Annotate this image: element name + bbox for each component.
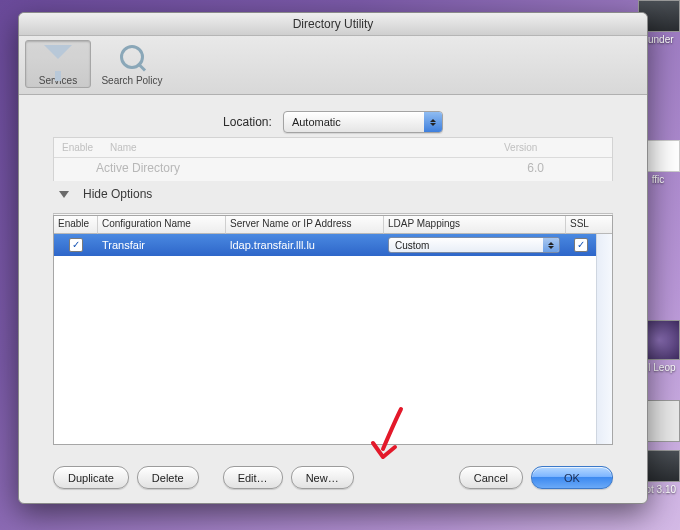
location-value: Automatic [292, 116, 341, 128]
column-config-name[interactable]: Configuration Name [98, 216, 226, 234]
ldap-mappings-value: Custom [395, 240, 429, 251]
location-row: Location: Automatic [47, 111, 619, 133]
duplicate-button[interactable]: Duplicate [53, 466, 129, 489]
toolbar-item-label: Search Policy [94, 75, 170, 86]
cancel-button[interactable]: Cancel [459, 466, 523, 489]
column-enable[interactable]: Enable [54, 216, 98, 234]
toolbar: Services Search Policy [19, 36, 647, 95]
delete-button[interactable]: Delete [137, 466, 199, 489]
toolbar-search-policy[interactable]: Search Policy [91, 40, 173, 88]
new-button[interactable]: New… [291, 466, 354, 489]
window-title: Directory Utility [293, 17, 374, 31]
column-server[interactable]: Server Name or IP Address [226, 216, 384, 234]
ldap-config-table: Enable Configuration Name Server Name or… [53, 215, 613, 445]
toolbar-services[interactable]: Services [25, 40, 91, 88]
select-arrows-icon [424, 112, 442, 132]
edit-button[interactable]: Edit… [223, 466, 283, 489]
disclosure-triangle-icon [59, 191, 69, 198]
desktop: hunder ffic Gl Leop hot 3.10 Directory U… [0, 0, 680, 530]
ssl-checkbox[interactable]: ✓ [574, 238, 588, 252]
search-policy-icon [116, 45, 148, 73]
button-row: Duplicate Delete Edit… New… Cancel OK [53, 466, 613, 489]
content-pane: Location: Automatic Enable Name Version … [19, 95, 647, 503]
table-body: ✓ Transfair ldap.transfair.lll.lu Custom [54, 234, 612, 444]
cell-config-name: Transfair [98, 239, 226, 251]
cell-server: ldap.transfair.lll.lu [226, 239, 384, 251]
table-header: Enable Configuration Name Server Name or… [54, 216, 612, 234]
location-label: Location: [223, 115, 272, 129]
column-ssl[interactable]: SSL [566, 216, 596, 234]
services-icon [42, 45, 74, 73]
options-toggle-label: Hide Options [83, 187, 152, 201]
enable-checkbox[interactable]: ✓ [69, 238, 83, 252]
options-toggle-row[interactable]: Hide Options [53, 181, 613, 214]
vertical-scrollbar[interactable] [596, 234, 612, 444]
ldap-mappings-select[interactable]: Custom [388, 237, 560, 253]
table-row[interactable]: ✓ Transfair ldap.transfair.lll.lu Custom [54, 234, 596, 256]
select-arrows-icon [543, 238, 559, 252]
location-select[interactable]: Automatic [283, 111, 443, 133]
scrollbar-header [596, 216, 612, 234]
ok-button[interactable]: OK [531, 466, 613, 489]
column-ldap-mappings[interactable]: LDAP Mappings [384, 216, 566, 234]
window-titlebar[interactable]: Directory Utility [19, 13, 647, 36]
directory-utility-window: Directory Utility Services Search Policy… [18, 12, 648, 504]
